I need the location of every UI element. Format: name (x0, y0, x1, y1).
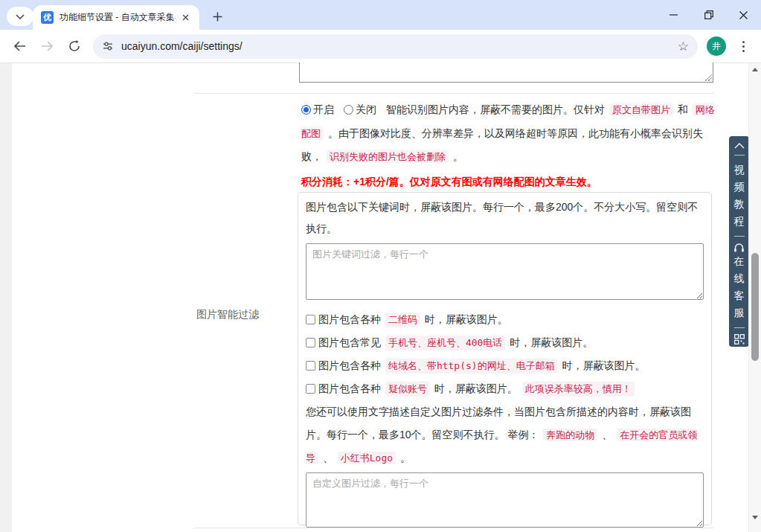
image-filter-panel: 图片包含以下关键词时，屏蔽该图片。每行一个，最多200个。不分大小写。留空则不执… (298, 192, 712, 525)
settings-content: 开启关闭智能识别图片内容，屏蔽不需要的图片。仅针对 原文自带图片 和 网络配图 … (12, 63, 748, 532)
text-segment: 时，屏蔽该图片。 (559, 359, 646, 373)
text-segment: 。 (397, 452, 411, 464)
custom-filter-desc: 您还可以使用文字描述自定义图片过滤条件，当图片包含所描述的内容时，屏蔽该图片。每… (306, 400, 704, 469)
checkbox-url-email[interactable] (306, 361, 315, 371)
text-segment: 图片包含各种 (318, 359, 384, 373)
checkbox-row-phone: 图片包含常见 手机号、座机号、400电话 时，屏蔽该图片。 (306, 331, 704, 354)
browser-window: 优 功能细节设置 - 自动文章采集器 (0, 0, 761, 532)
checkbox-qrcode-label[interactable]: 图片包含各种 二维码 时，屏蔽该图片。 (318, 313, 508, 327)
text-segment: 图片包含各种 (318, 313, 384, 327)
back-button[interactable] (9, 36, 30, 57)
restore-button[interactable] (691, 0, 726, 30)
highlighted-term: 原文自带图片 (609, 103, 673, 116)
highlighted-term: 疑似账号 (385, 382, 430, 397)
online-service-link[interactable]: 在线客服 (733, 253, 745, 321)
row-divider-bottom (193, 528, 713, 528)
forward-icon (41, 41, 54, 51)
restore-icon (704, 10, 713, 19)
highlighted-term: 识别失败的图片也会被删除 (327, 150, 449, 163)
highlighted-term: 奔跑的动物 (543, 429, 597, 441)
checkbox-qrcode[interactable] (306, 315, 315, 324)
scrollbar-down-arrow[interactable] (752, 516, 758, 519)
back-icon (13, 41, 26, 51)
new-tab-button[interactable] (208, 7, 227, 26)
image-recognition-setting: 开启关闭智能识别图片内容，屏蔽不需要的图片。仅针对 原文自带图片 和 网络配图 … (301, 98, 718, 188)
tab-search-button[interactable] (7, 7, 33, 26)
row-divider-top (193, 93, 713, 94)
recognition-intro: 开启关闭智能识别图片内容，屏蔽不需要的图片。仅针对 原文自带图片 和 网络配图 … (301, 98, 718, 169)
checkbox-phone-label[interactable]: 图片包含常见 手机号、座机号、400电话 时，屏蔽该图片。 (318, 336, 593, 350)
page-viewport: 开启关闭智能识别图片内容，屏蔽不需要的图片。仅针对 原文自带图片 和 网络配图 … (0, 63, 761, 532)
keyword-filter-textarea[interactable] (306, 243, 704, 300)
checkbox-row-qrcode: 图片包含各种 二维码 时，屏蔽该图片。 (306, 308, 704, 331)
previous-textarea-partial[interactable] (299, 63, 713, 83)
custom-filter-textarea[interactable] (306, 472, 704, 528)
text-segment: 智能识别图片内容，屏蔽不需要的图片。仅针对 (386, 103, 608, 115)
text-segment: 时，屏蔽该图片。 (507, 336, 593, 350)
highlighted-term: 二维码 (385, 313, 420, 327)
address-bar[interactable]: ucaiyun.com/caiji/settings/ ☆ (93, 34, 698, 59)
keyword-filter-desc: 图片包含以下关键词时，屏蔽该图片。每行一个，最多200个。不分大小写。留空则不执… (306, 196, 704, 240)
page-scrollbar[interactable] (748, 63, 761, 532)
text-segment: 图片包含各种 (318, 382, 384, 396)
tab-title: 功能细节设置 - 自动文章采集器 (60, 11, 176, 24)
window-controls (656, 0, 761, 30)
highlighted-term: 此项误杀率较高，慎用！ (522, 382, 635, 397)
text-segment: 和 (675, 103, 691, 115)
radio-off[interactable] (344, 105, 353, 115)
video-tutorial-link[interactable]: 视频教程 (733, 161, 745, 230)
forward-button[interactable] (36, 36, 57, 57)
checkbox-account[interactable] (306, 384, 315, 394)
panel-divider (734, 327, 745, 328)
reload-button[interactable] (64, 36, 85, 57)
tab-close-icon[interactable] (179, 11, 192, 25)
checkbox-row-url-email: 图片包含各种 纯域名、带http(s)的网址、电子邮箱 时，屏蔽该图片。 (306, 354, 704, 377)
highlighted-term: 手机号、座机号、400电话 (385, 336, 505, 350)
radio-off-label[interactable]: 关闭 (356, 103, 376, 115)
tab-strip: 优 功能细节设置 - 自动文章采集器 (0, 0, 761, 30)
scrollbar-thumb[interactable] (751, 253, 759, 361)
close-icon (739, 11, 748, 19)
minimize-icon (670, 14, 678, 16)
credit-cost-note: 积分消耗：+1积分/篇。仅对原文有图或有网络配图的文章生效。 (301, 176, 718, 188)
close-window-button[interactable] (726, 0, 761, 30)
reload-icon (68, 40, 80, 52)
text-segment: 、 (320, 452, 336, 464)
site-settings-icon[interactable] (102, 40, 114, 52)
browser-menu-button[interactable] (736, 41, 751, 52)
url-text: ucaiyun.com/caiji/settings/ (121, 40, 243, 52)
highlighted-term: 小红书Logo (338, 452, 396, 464)
back-to-top-icon[interactable] (734, 143, 745, 149)
checkbox-row-account: 图片包含各种 疑似账号 时，屏蔽该图片。 此项误杀率较高，慎用！ (306, 377, 704, 400)
highlighted-term: 纯域名、带http(s)的网址、电子邮箱 (385, 359, 558, 374)
text-segment: 图片包含常见 (318, 336, 384, 350)
text-segment: 。 (450, 150, 463, 162)
qr-code-icon[interactable] (734, 334, 745, 344)
browser-tab[interactable]: 优 功能细节设置 - 自动文章采集器 (33, 5, 199, 30)
panel-divider (734, 236, 745, 237)
headset-icon[interactable] (733, 243, 745, 253)
panel-divider (734, 155, 745, 156)
floating-help-panel: 视频教程 在线客服 (729, 136, 749, 347)
checkbox-url-email-label[interactable]: 图片包含各种 纯域名、带http(s)的网址、电子邮箱 时，屏蔽该图片。 (318, 359, 646, 374)
site-favicon: 优 (41, 11, 54, 24)
resize-grip-icon[interactable] (704, 74, 712, 81)
profile-avatar[interactable]: 井 (707, 36, 726, 56)
text-segment: 时，屏蔽该图片。 (431, 382, 521, 396)
minimize-button[interactable] (656, 0, 691, 30)
chevron-down-icon (16, 14, 25, 19)
row-label-image-smart-filter: 图片智能过滤 (196, 308, 259, 321)
bookmark-star-icon[interactable]: ☆ (678, 40, 689, 53)
checkbox-phone[interactable] (306, 338, 315, 347)
checkbox-account-label[interactable]: 图片包含各种 疑似账号 时，屏蔽该图片。 此项误杀率较高，慎用！ (318, 382, 636, 397)
text-segment: 、 (599, 429, 615, 440)
scrollbar-up-arrow[interactable] (752, 68, 758, 71)
radio-on-label[interactable]: 开启 (313, 103, 334, 115)
browser-toolbar: ucaiyun.com/caiji/settings/ ☆ 井 (0, 30, 761, 63)
radio-on[interactable] (301, 105, 311, 115)
plus-icon (213, 12, 222, 22)
text-segment: 时，屏蔽该图片。 (422, 313, 508, 327)
